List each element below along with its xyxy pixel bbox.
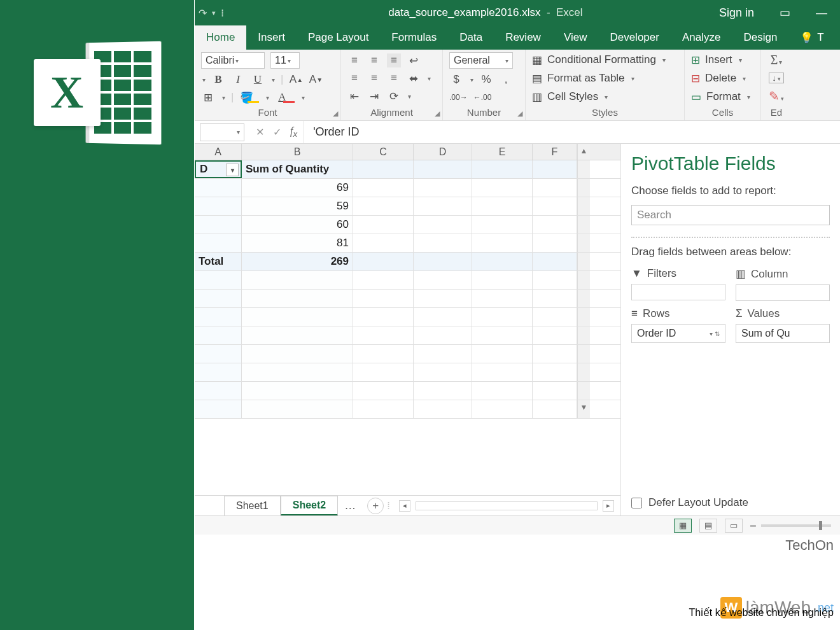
wrap-text-icon[interactable]: ↩ — [407, 53, 421, 67]
zoom-out-icon[interactable]: – — [750, 520, 756, 531]
tab-design[interactable]: Design — [732, 25, 788, 50]
autosum-icon[interactable]: Σ▾ — [771, 53, 783, 67]
area-columns-box[interactable] — [736, 284, 830, 301]
font-name-select[interactable]: Calibri▾ — [201, 52, 265, 69]
selected-cell[interactable]: D▾ — [195, 160, 242, 178]
cell[interactable] — [472, 160, 533, 178]
cancel-icon[interactable]: ✕ — [256, 126, 264, 138]
tab-formulas[interactable]: Formulas — [380, 25, 448, 50]
cell[interactable] — [353, 197, 414, 215]
col-header-c[interactable]: C — [353, 144, 414, 160]
formula-input[interactable]: 'Order ID — [304, 125, 840, 139]
cell[interactable] — [195, 179, 242, 197]
col-header-b[interactable]: B — [242, 144, 353, 160]
signin-button[interactable]: Sign in — [706, 0, 767, 25]
area-values-field[interactable]: Sum of Qu — [736, 324, 830, 343]
tab-review[interactable]: Review — [494, 25, 552, 50]
cell[interactable]: 60 — [242, 216, 353, 234]
cell[interactable] — [533, 197, 577, 215]
defer-checkbox[interactable] — [631, 498, 642, 508]
cell[interactable] — [414, 253, 472, 270]
scroll-up-icon[interactable]: ▲ — [580, 146, 588, 155]
name-box[interactable]: ▾ — [200, 123, 244, 141]
increase-decimal-icon[interactable]: .00→ — [449, 90, 468, 104]
cell[interactable] — [533, 216, 577, 234]
redo-icon[interactable]: ↷ — [199, 7, 207, 19]
defer-layout-update[interactable]: Defer Layout Update — [631, 496, 830, 509]
cell[interactable] — [472, 179, 533, 197]
italic-button[interactable]: I — [231, 73, 245, 87]
qat-dropdown-icon[interactable]: ▾ — [212, 9, 216, 17]
fx-icon[interactable]: fx — [290, 125, 297, 139]
underline-button[interactable]: U — [251, 73, 265, 87]
area-filters-box[interactable] — [631, 284, 725, 300]
fill-icon[interactable]: ↓▾ — [769, 73, 784, 83]
align-top-icon[interactable]: ≡ — [347, 53, 361, 67]
align-center-icon[interactable]: ≡ — [367, 71, 381, 85]
cell[interactable] — [533, 234, 577, 252]
cell[interactable] — [195, 216, 242, 234]
accounting-format-icon[interactable]: $ — [449, 73, 463, 87]
col-header-a[interactable]: A — [195, 144, 242, 160]
percent-format-icon[interactable]: % — [479, 73, 493, 87]
zoom-slider[interactable]: – — [750, 520, 831, 531]
scroll-down-icon[interactable]: ▼ — [580, 403, 588, 412]
align-right-icon[interactable]: ≡ — [387, 71, 401, 85]
format-cells-button[interactable]: ▭Format▾ — [691, 90, 754, 104]
cell[interactable] — [533, 253, 577, 270]
paste-dropdown-icon[interactable]: ▾ — [202, 76, 206, 83]
tab-developer[interactable]: Developer — [598, 25, 671, 50]
delete-cells-button[interactable]: ⊟Delete▾ — [691, 72, 754, 85]
cell[interactable]: 269 — [242, 253, 353, 270]
conditional-formatting-button[interactable]: ▦Conditional Formatting▾ — [532, 53, 678, 67]
cell[interactable]: Sum of Quantity — [242, 160, 353, 178]
cell[interactable] — [472, 234, 533, 252]
sheet-tab-sheet1[interactable]: Sheet1 — [224, 496, 281, 516]
borders-icon[interactable]: ⊞ — [201, 90, 215, 104]
cell[interactable] — [353, 160, 414, 178]
sheet-tab-sheet2[interactable]: Sheet2 — [281, 496, 338, 516]
increase-font-icon[interactable]: A▲ — [289, 73, 303, 87]
hscroll-left-icon[interactable]: ◂ — [399, 500, 410, 512]
sheet-more[interactable]: … — [338, 499, 362, 512]
decrease-font-icon[interactable]: A▼ — [309, 73, 323, 87]
enter-icon[interactable]: ✓ — [273, 126, 281, 138]
cell[interactable] — [195, 197, 242, 215]
cell[interactable] — [472, 253, 533, 270]
cell[interactable]: 59 — [242, 197, 353, 215]
merge-center-icon[interactable]: ⬌ — [407, 71, 421, 85]
cell[interactable] — [414, 197, 472, 215]
pivot-search-input[interactable]: Search — [631, 205, 830, 225]
number-format-select[interactable]: General▾ — [449, 52, 513, 69]
orientation-icon[interactable]: ⟳ — [387, 89, 401, 103]
tab-page-layout[interactable]: Page Layout — [297, 25, 380, 50]
page-layout-view-icon[interactable]: ▤ — [699, 519, 717, 533]
cell[interactable] — [353, 234, 414, 252]
align-bottom-icon[interactable]: ≡ — [387, 53, 401, 67]
insert-cells-button[interactable]: ⊞Insert▾ — [691, 53, 754, 67]
format-as-table-button[interactable]: ▤Format as Table▾ — [532, 72, 678, 85]
dialog-launcher-icon[interactable]: ◢ — [435, 109, 440, 118]
qat-customize-icon[interactable]: ⁞ — [221, 7, 224, 19]
decrease-indent-icon[interactable]: ⇤ — [347, 89, 361, 103]
comma-format-icon[interactable]: , — [499, 73, 513, 87]
hscroll-bar[interactable] — [416, 501, 598, 510]
cell[interactable] — [414, 179, 472, 197]
cell[interactable] — [353, 253, 414, 270]
tab-view[interactable]: View — [552, 25, 599, 50]
tab-insert[interactable]: Insert — [246, 25, 297, 50]
align-middle-icon[interactable]: ≡ — [367, 53, 381, 67]
cell[interactable] — [414, 216, 472, 234]
col-header-d[interactable]: D — [414, 144, 472, 160]
cell[interactable] — [472, 216, 533, 234]
align-left-icon[interactable]: ≡ — [347, 71, 361, 85]
cell[interactable] — [533, 179, 577, 197]
dialog-launcher-icon[interactable]: ◢ — [333, 109, 338, 118]
tell-me[interactable]: 💡T — [788, 25, 835, 50]
page-break-view-icon[interactable]: ▭ — [725, 519, 743, 533]
cell[interactable] — [353, 216, 414, 234]
increase-indent-icon[interactable]: ⇥ — [367, 89, 381, 103]
cell[interactable]: Total — [195, 253, 242, 270]
col-header-f[interactable]: F — [533, 144, 577, 160]
cell[interactable] — [414, 160, 472, 178]
